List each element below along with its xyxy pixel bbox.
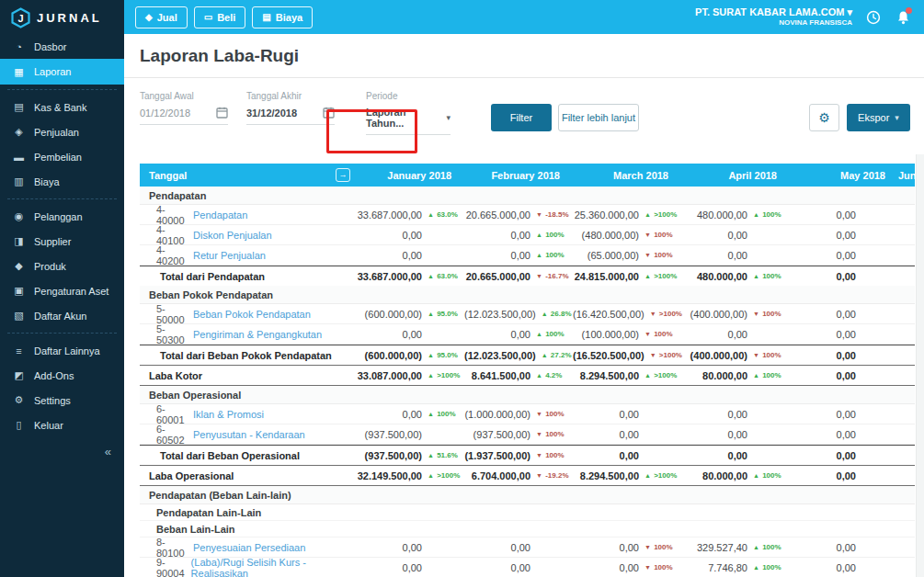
value-cell: (1.000.000,00)▼ 100% xyxy=(464,409,573,420)
account-link[interactable]: Diskon Penjualan xyxy=(193,230,272,241)
value-cell: 0,00 xyxy=(356,250,464,261)
amount: 480.000,00 xyxy=(681,209,747,221)
sidebar-item-pembelian[interactable]: ▬Pembelian xyxy=(0,144,124,169)
button-label: Beli xyxy=(217,12,235,23)
amount: 0,00 xyxy=(356,409,422,420)
sidebar-item-supplier[interactable]: ◨Supplier xyxy=(0,229,124,254)
trend-down-badge: ▼ -18.5% xyxy=(530,210,573,219)
amount: 0,00 xyxy=(790,309,856,320)
value-cell: 80.000,00▲ 100% xyxy=(681,370,790,381)
amount: 0,00 xyxy=(573,450,639,461)
scrollbar-gutter[interactable] xyxy=(916,154,924,577)
report-table-body: Pendapatan4-40000Pendapatan33.687.000,00… xyxy=(140,187,915,577)
value-cell: 20.665.000,00▼ -16.7% xyxy=(464,271,573,282)
account-link[interactable]: Penyesuaian Persediaan xyxy=(193,542,305,553)
chevron-down-icon: ▾ xyxy=(895,113,899,122)
arrow-up-icon: ▲ xyxy=(428,452,434,458)
account-link[interactable]: Retur Penjualan xyxy=(193,250,266,261)
trend-up-badge: ▲ >100% xyxy=(639,471,681,480)
sidebar-item-produk[interactable]: ◆Produk xyxy=(0,254,124,278)
table-row-account: 5-50000Beban Pokok Pendapatan(600.000,00… xyxy=(140,304,915,324)
sidebar-item-add-ons[interactable]: ◩Add-Ons xyxy=(0,363,124,388)
end-date-input[interactable]: 31/12/2018 xyxy=(246,107,335,125)
table-row-account: 4-40000Pendapatan33.687.000,00▲ 63.0%20.… xyxy=(140,205,915,225)
trend-up-badge: ▲ 100% xyxy=(747,210,790,219)
amount: 0,00 xyxy=(790,250,856,261)
value-cell: 329.527,40▲ 100% xyxy=(681,542,790,553)
period-dropdown[interactable]: Laporan Tahun... ▾ xyxy=(366,107,451,135)
account-link[interactable]: Iklan & Promosi xyxy=(193,409,264,420)
account-link[interactable]: Beban Pokok Pendapatan xyxy=(193,309,311,320)
calendar-icon[interactable] xyxy=(216,107,228,119)
biaya-button[interactable]: ▤Biaya xyxy=(252,6,313,28)
brand-logo[interactable]: J JURNAL xyxy=(0,0,124,34)
trend-up-badge: ▲ >100% xyxy=(422,471,464,480)
amount: 0,00 xyxy=(790,370,856,381)
table-row-total: Total dari Beban Pokok Pendapatan(600.00… xyxy=(140,345,915,365)
svg-text:J: J xyxy=(17,13,23,24)
sidebar-item-kas-bank[interactable]: ▤Kas & Bank xyxy=(0,95,124,119)
sidebar-item-daftar-lainnya[interactable]: ≡Daftar Lainnya xyxy=(0,338,124,363)
amount: (1.937.500,00) xyxy=(464,450,530,461)
trend-up-badge: ▲ 100% xyxy=(747,272,790,280)
value-cell: 480.000,00▲ 100% xyxy=(681,209,790,221)
sidebar-item-settings[interactable]: ⚙Settings xyxy=(0,388,124,413)
arrow-up-icon: ▲ xyxy=(753,372,759,379)
company-menu[interactable]: PT. SURAT KABAR LAMA.COM ▾ NOVINA FRANSI… xyxy=(695,6,852,28)
amount: 0,00 xyxy=(356,542,422,553)
account-link[interactable]: Pendapatan xyxy=(193,209,247,221)
account-link[interactable]: (Laba)/Rugi Selisih Kurs - Realisasikan xyxy=(191,557,356,577)
sidebar-item-pelanggan[interactable]: ◉Pelanggan xyxy=(0,204,124,229)
amount: 0,00 xyxy=(464,230,530,241)
arrow-up-icon: ▲ xyxy=(428,372,434,379)
amount: 8.294.500,00 xyxy=(573,470,639,481)
gear-icon: ⚙ xyxy=(11,394,27,406)
value-cell: (400.000,00)▼ 100% xyxy=(681,309,790,320)
export-label: Ekspor xyxy=(858,112,889,123)
expand-columns-icon[interactable]: → xyxy=(336,168,350,182)
trend-down-badge: ▼ 100% xyxy=(747,351,790,359)
sidebar-item-biaya[interactable]: ▥Biaya xyxy=(0,169,124,194)
trend-up-badge: ▲ 100% xyxy=(530,251,573,259)
trend-up-badge: ▲ 100% xyxy=(530,330,573,338)
sidebar-item-laporan[interactable]: ▦Laporan xyxy=(0,59,124,85)
row-label: Total dari Beban Operasional xyxy=(160,450,300,461)
history-clock-icon[interactable] xyxy=(865,9,882,26)
arrow-up-icon: ▲ xyxy=(645,273,651,279)
sidebar-item-pengaturan-aset[interactable]: ▣Pengaturan Aset xyxy=(0,278,124,303)
sidebar-item-daftar-akun[interactable]: ▧Daftar Akun xyxy=(0,303,124,328)
value-cell: (937.500,00)▼ 100% xyxy=(464,429,573,440)
settings-gear-button[interactable]: ⚙ xyxy=(809,104,839,131)
start-date-field: Tanggal Awal 01/12/2018 xyxy=(140,91,228,125)
start-date-label: Tanggal Awal xyxy=(140,91,228,101)
sidebar-item-penjualan[interactable]: ◈Penjualan xyxy=(0,119,124,144)
value-cell: 0,00 xyxy=(573,409,681,420)
notifications-bell-icon[interactable] xyxy=(895,9,911,26)
sidebar-item-keluar[interactable]: ▯Keluar xyxy=(0,413,124,437)
trend-down-badge: ▼ 100% xyxy=(530,451,573,459)
account-link[interactable]: Penyusutan - Kendaraan xyxy=(193,429,305,440)
jual-button[interactable]: ◈Jual xyxy=(135,6,188,28)
advanced-filter-button[interactable]: Filter lebih lanjut xyxy=(558,104,639,131)
amount: (16.420.500,00) xyxy=(573,309,645,320)
value-cell: (937.500,00) xyxy=(356,429,464,440)
export-button[interactable]: Ekspor ▾ xyxy=(847,104,910,131)
trend-down-badge: ▼ 100% xyxy=(639,330,681,338)
sidebar-collapse-button[interactable]: « xyxy=(0,437,124,458)
sidebar-item-label: Add-Ons xyxy=(34,370,74,381)
table-row-account: 4-40200Retur Penjualan0,000,00▲ 100%(65.… xyxy=(140,245,915,266)
amount: 0,00 xyxy=(681,450,747,461)
account-link[interactable]: Pengiriman & Pengangkutan xyxy=(193,329,322,340)
arrow-up-icon: ▲ xyxy=(536,252,542,258)
amount: 0,00 xyxy=(790,329,856,340)
sidebar-item-dasbor[interactable]: ◔Dasbor xyxy=(0,34,124,59)
beli-button[interactable]: ▭Beli xyxy=(194,6,246,28)
start-date-input[interactable]: 01/12/2018 xyxy=(140,107,228,125)
notification-dot xyxy=(906,7,912,14)
trend-up-badge: ▲ 100% xyxy=(747,371,790,379)
account-code: 5-50300 xyxy=(140,323,193,345)
filter-button[interactable]: Filter xyxy=(491,104,552,131)
amount: 8.641.500,00 xyxy=(464,370,530,381)
row-label: Pendapatan Lain-Lain xyxy=(156,507,261,518)
calendar-icon[interactable] xyxy=(323,107,335,119)
